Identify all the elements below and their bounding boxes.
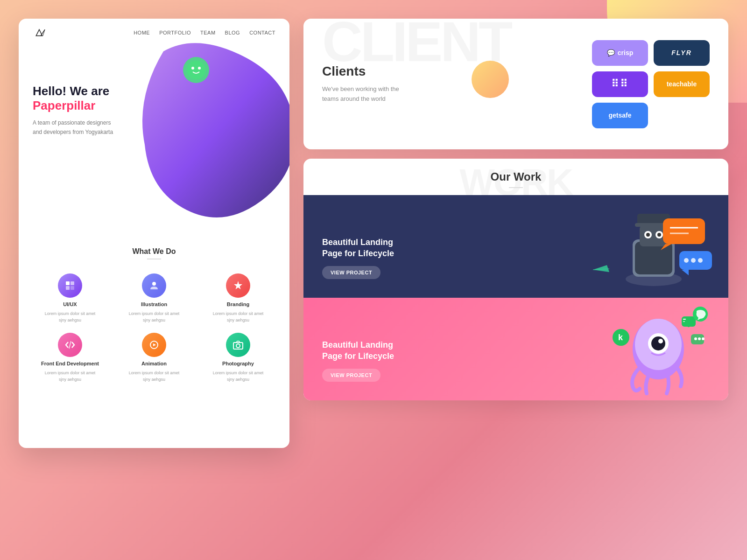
clients-title: Clients (322, 64, 399, 79)
teachable-label: teachable (667, 80, 697, 88)
nav-home[interactable]: HOME (134, 30, 150, 35)
svg-point-50 (702, 337, 705, 340)
logo (33, 28, 46, 37)
service-branding: Branding Lorem ipsum dolor sit ametsjny … (201, 273, 275, 323)
svg-line-1 (41, 29, 45, 35)
flyr-label: FLYR (671, 49, 692, 56)
nav-team[interactable]: TEAM (200, 30, 216, 35)
project-lifecycle-pink-info: Beautiful LandingPage for Lifecycle VIEW… (322, 340, 394, 382)
nav-portfolio[interactable]: PORTFOLIO (159, 30, 191, 35)
hero-text: Hello! We are Paperpillar A team of pass… (33, 56, 275, 137)
client-crisp: 💬 crisp (592, 40, 648, 66)
ourwork-divider (509, 187, 523, 188)
service-photography: Photography Lorem ipsum dolor sit ametsj… (201, 333, 275, 383)
service-branding-icon (226, 273, 250, 298)
service-animation-desc: Lorem ipsum dolor sit ametsjny aehgsu (129, 370, 180, 383)
svg-marker-35 (682, 270, 689, 275)
service-illustration: Illustration Lorem ipsum dolor sit amets… (117, 273, 191, 323)
service-uiux-name: UI/UX (63, 301, 77, 307)
nav-blog[interactable]: BLOG (225, 30, 240, 35)
ourwork-title: Our Work (322, 170, 710, 183)
project-card-lifecycle-dark: Beautiful LandingPage for Lifecycle VIEW… (303, 195, 728, 298)
svg-point-34 (698, 258, 703, 263)
clients-section: CLIENT Clients We've been working with t… (303, 19, 728, 149)
client-logos-grid: 💬 crisp FLYR ⠿⠿ teachable getsafe (592, 40, 710, 128)
service-frontend: Front End Development Lorem ipsum dolor … (33, 333, 107, 383)
hero-title-plain: Hello! We are (33, 84, 275, 98)
svg-rect-27 (663, 218, 705, 244)
view-project-dark-button[interactable]: VIEW PROJECT (322, 266, 381, 279)
service-frontend-icon (58, 333, 82, 357)
nav-links: HOME PORTFOLIO TEAM BLOG CONTACT (134, 30, 275, 35)
service-animation-icon (142, 333, 166, 357)
services-grid: UI/UX Lorem ipsum dolor sit ametsjny aeh… (28, 273, 280, 383)
project-lifecycle-pink-name: Beautiful LandingPage for Lifecycle (322, 340, 394, 362)
services-divider (147, 259, 161, 259)
service-illustration-name: Illustration (141, 301, 167, 307)
left-website-card: HOME PORTFOLIO TEAM BLOG CONTACT (19, 19, 289, 448)
svg-rect-8 (70, 281, 74, 285)
client-mindbody: ⠿⠿ (592, 71, 648, 97)
svg-point-46 (687, 324, 690, 327)
svg-line-12 (69, 341, 71, 349)
project-lifecycle-dark-name: Beautiful LandingPage for Lifecycle (322, 237, 394, 259)
nav-contact[interactable]: CONTACT (249, 30, 275, 35)
service-uiux: UI/UX Lorem ipsum dolor sit ametsjny aeh… (33, 273, 107, 323)
hero-section: Hello! We are Paperpillar A team of pass… (19, 47, 289, 233)
svg-point-23 (646, 233, 650, 237)
view-project-pink-button[interactable]: VIEW PROJECT (322, 369, 381, 382)
svg-rect-44 (683, 319, 686, 320)
service-branding-desc: Lorem ipsum dolor sit ametsjny aehgsu (213, 311, 264, 323)
mindbody-dots-icon: ⠿⠿ (611, 78, 629, 90)
right-side: CLIENT Clients We've been working with t… (303, 19, 728, 400)
svg-point-49 (698, 337, 701, 340)
svg-text:k: k (618, 333, 623, 342)
client-teachable: teachable (654, 71, 710, 97)
service-frontend-name: Front End Development (41, 361, 99, 366)
svg-rect-7 (66, 281, 70, 285)
getsafe-label: getsafe (608, 112, 631, 119)
svg-rect-10 (70, 286, 74, 290)
svg-point-15 (236, 344, 240, 348)
svg-rect-9 (66, 286, 70, 290)
hero-title-colored: Paperpillar (33, 98, 275, 113)
svg-point-33 (691, 258, 696, 263)
clients-text-block: Clients We've been working with theteams… (322, 64, 399, 104)
crisp-icon: 💬 (607, 49, 615, 56)
svg-point-41 (651, 336, 665, 350)
svg-rect-45 (683, 321, 685, 322)
client-flyr: FLYR (654, 40, 710, 66)
project-lifecycle-dark-info: Beautiful LandingPage for Lifecycle VIEW… (322, 237, 394, 279)
service-animation: Animation Lorem ipsum dolor sit ametsjny… (117, 333, 191, 383)
service-photography-icon (226, 333, 250, 357)
service-illustration-desc: Lorem ipsum dolor sit ametsjny aehgsu (129, 311, 180, 323)
service-photography-desc: Lorem ipsum dolor sit ametsjny aehgsu (213, 370, 264, 383)
decorative-circle (472, 61, 509, 98)
service-animation-name: Animation (141, 361, 167, 366)
svg-point-32 (684, 258, 689, 263)
clients-description: We've been working with theteams around … (322, 84, 399, 104)
svg-point-48 (694, 337, 697, 340)
client-getsafe: getsafe (592, 103, 648, 128)
service-frontend-desc: Lorem ipsum dolor sit ametsjny aehgsu (45, 370, 96, 383)
project-card-lifecycle-pink: k Beautiful LandingPage for Lifecycle VI… (303, 298, 728, 400)
service-photography-name: Photography (222, 361, 254, 366)
service-illustration-icon (142, 273, 166, 298)
svg-point-24 (657, 233, 661, 237)
service-uiux-desc: Lorem ipsum dolor sit ametsjny aehgsu (45, 311, 96, 323)
main-container: HOME PORTFOLIO TEAM BLOG CONTACT (0, 0, 747, 560)
crisp-label: crisp (618, 49, 633, 56)
ourwork-header: WORK Our Work (303, 159, 728, 195)
project-cards: Beautiful LandingPage for Lifecycle VIEW… (303, 195, 728, 400)
services-title: What We Do (28, 247, 280, 256)
hero-description: A team of passionate designersand develo… (33, 119, 117, 136)
svg-marker-36 (593, 265, 609, 272)
service-branding-name: Branding (227, 301, 249, 307)
services-section: What We Do UI/UX Lorem ipsum dolor sit a… (19, 233, 289, 397)
svg-point-11 (152, 282, 156, 286)
svg-point-42 (658, 339, 663, 343)
service-uiux-icon (58, 273, 82, 298)
ourwork-section: WORK Our Work (303, 159, 728, 400)
